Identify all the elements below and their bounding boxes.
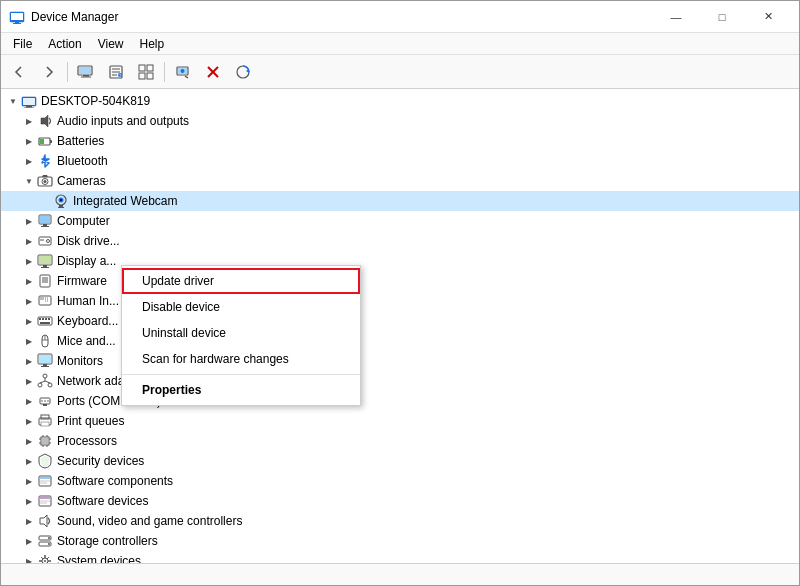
toolbar-scan[interactable]	[229, 59, 257, 85]
minimize-button[interactable]: —	[653, 1, 699, 33]
list-item[interactable]: ▶ Software components	[1, 471, 799, 491]
mice-label: Mice and...	[57, 334, 116, 348]
svg-rect-62	[42, 318, 44, 320]
processor-arrow: ▶	[21, 433, 37, 449]
context-menu-properties[interactable]: Properties	[122, 377, 360, 403]
toolbar-forward[interactable]	[35, 59, 63, 85]
system-label: System devices	[57, 554, 141, 563]
print-arrow: ▶	[21, 413, 37, 429]
firmware-arrow: ▶	[21, 273, 37, 289]
context-menu-uninstall-device[interactable]: Uninstall device	[122, 320, 360, 346]
svg-point-72	[43, 374, 47, 378]
svg-rect-69	[39, 355, 51, 363]
svg-point-79	[41, 400, 43, 402]
list-item[interactable]: ▶ Audio inputs and outputs	[1, 111, 799, 131]
computer-icon	[37, 213, 53, 229]
svg-rect-52	[40, 275, 50, 287]
toolbar-back[interactable]	[5, 59, 33, 85]
list-item[interactable]: ▶ Software devices	[1, 491, 799, 511]
batteries-arrow: ▶	[21, 133, 37, 149]
toolbar-computer[interactable]	[72, 59, 100, 85]
print-label: Print queues	[57, 414, 124, 428]
list-item[interactable]: ▶ Sound, video and game controllers	[1, 511, 799, 531]
batteries-label: Batteries	[57, 134, 104, 148]
computer-label: Computer	[57, 214, 110, 228]
app-icon	[9, 9, 25, 25]
list-item[interactable]: ▶ Batteries	[1, 131, 799, 151]
list-item[interactable]: ▶ Integrated Webcam	[1, 191, 799, 211]
svg-point-35	[44, 180, 47, 183]
context-menu-scan-hardware[interactable]: Scan for hardware changes	[122, 346, 360, 372]
svg-rect-27	[26, 106, 32, 108]
svg-rect-82	[43, 404, 47, 406]
menu-help[interactable]: Help	[132, 35, 173, 53]
network-arrow: ▶	[21, 373, 37, 389]
list-item[interactable]: ▶ Processors	[1, 431, 799, 451]
list-item[interactable]: ▶ System devices	[1, 551, 799, 563]
soft-comp-icon	[37, 473, 53, 489]
list-item[interactable]: ▶ Bluetooth	[1, 151, 799, 171]
svg-rect-61	[39, 318, 41, 320]
sound-arrow: ▶	[21, 513, 37, 529]
soft-dev-label: Software devices	[57, 494, 148, 508]
monitors-icon	[37, 353, 53, 369]
menu-view[interactable]: View	[90, 35, 132, 53]
display-icon	[37, 253, 53, 269]
svg-rect-63	[45, 318, 47, 320]
toolbar-update[interactable]	[169, 59, 197, 85]
list-item[interactable]: ▶ Computer	[1, 211, 799, 231]
soft-comp-arrow: ▶	[21, 473, 37, 489]
svg-rect-85	[41, 422, 49, 426]
status-bar	[1, 563, 799, 585]
display-arrow: ▶	[21, 253, 37, 269]
context-menu-update-driver[interactable]: Update driver	[122, 268, 360, 294]
storage-arrow: ▶	[21, 533, 37, 549]
svg-rect-50	[43, 265, 47, 267]
disk-arrow: ▶	[21, 233, 37, 249]
list-item[interactable]: ▶ Disk drive...	[1, 231, 799, 251]
svg-marker-24	[246, 69, 249, 73]
list-item[interactable]: ▶ Print queues	[1, 411, 799, 431]
list-item[interactable]: ▶ Security devices	[1, 451, 799, 471]
toolbar-delete[interactable]	[199, 59, 227, 85]
bluetooth-label: Bluetooth	[57, 154, 108, 168]
disk-icon	[37, 233, 53, 249]
svg-rect-31	[50, 140, 52, 143]
svg-rect-40	[58, 207, 64, 208]
list-item[interactable]: ▼ Cameras	[1, 171, 799, 191]
svg-point-80	[44, 400, 46, 402]
svg-rect-51	[41, 267, 49, 268]
processors-label: Processors	[57, 434, 117, 448]
svg-rect-101	[40, 497, 50, 499]
close-button[interactable]: ✕	[745, 1, 791, 33]
bluetooth-arrow: ▶	[21, 153, 37, 169]
firmware-icon	[37, 273, 53, 289]
disk-label: Disk drive...	[57, 234, 120, 248]
maximize-button[interactable]: □	[699, 1, 745, 33]
svg-marker-29	[41, 115, 48, 127]
security-label: Security devices	[57, 454, 144, 468]
toolbar-view[interactable]	[132, 59, 160, 85]
svg-point-81	[47, 400, 49, 402]
ports-icon	[37, 393, 53, 409]
device-manager-window: Device Manager — □ ✕ File Action View He…	[0, 0, 800, 586]
menu-action[interactable]: Action	[40, 35, 89, 53]
svg-point-108	[48, 543, 50, 545]
tree-root[interactable]: ▼ DESKTOP-504K819	[1, 91, 799, 111]
cameras-arrow: ▼	[21, 173, 37, 189]
list-item[interactable]: ▶ Storage controllers	[1, 531, 799, 551]
toolbar-properties[interactable]: ?	[102, 59, 130, 85]
svg-rect-49	[39, 256, 51, 264]
svg-rect-59	[47, 297, 48, 302]
svg-rect-6	[83, 75, 89, 77]
context-menu-disable-device[interactable]: Disable device	[122, 294, 360, 320]
svg-point-74	[48, 383, 52, 387]
display-label: Display a...	[57, 254, 116, 268]
menu-file[interactable]: File	[5, 35, 40, 53]
svg-rect-26	[23, 98, 35, 105]
svg-rect-44	[41, 226, 49, 227]
svg-rect-87	[42, 438, 48, 444]
svg-rect-28	[24, 108, 34, 109]
svg-point-107	[48, 537, 50, 539]
audio-icon	[37, 113, 53, 129]
